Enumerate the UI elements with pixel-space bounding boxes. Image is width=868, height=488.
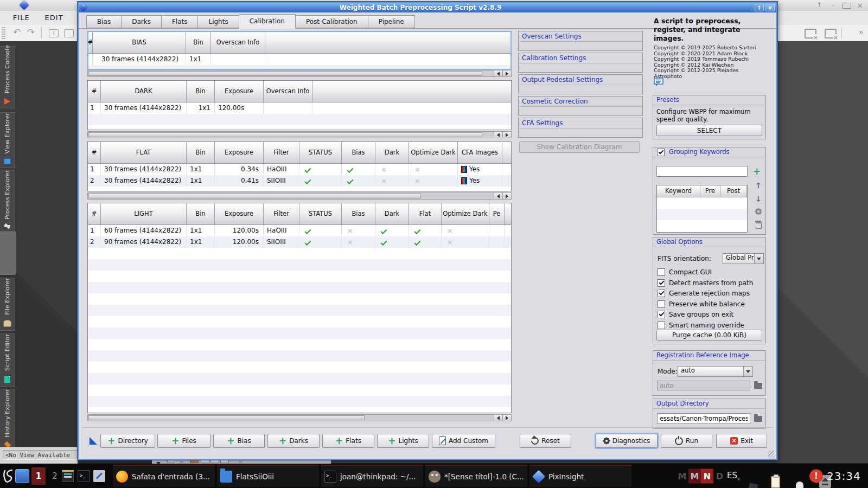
dialog-tab[interactable]: Calibration — [239, 14, 296, 29]
column-header[interactable]: Keyword — [657, 185, 700, 197]
show-desktop-icon[interactable] — [15, 469, 29, 483]
fits-orientation-dropdown[interactable]: Global Pref — [723, 253, 764, 264]
scroll-left-button[interactable] — [494, 70, 503, 77]
browse-output-folder-icon[interactable] — [754, 416, 762, 422]
add-flats-button[interactable]: +Flats — [322, 434, 374, 448]
rename-view-icon[interactable]: I — [49, 29, 59, 37]
dialog-tab[interactable]: Darks — [122, 15, 162, 28]
reset-button[interactable]: Reset — [520, 434, 571, 448]
scroll-right-button[interactable] — [503, 131, 512, 138]
scrollbar-handle[interactable] — [88, 194, 421, 198]
registration-path-field[interactable]: auto — [657, 381, 750, 390]
checkbox[interactable] — [658, 290, 665, 297]
column-header[interactable]: Bin — [187, 81, 215, 102]
add-lights-button[interactable]: +Lights — [377, 434, 429, 448]
checkbox[interactable] — [658, 300, 665, 308]
scrollbar-track[interactable] — [87, 192, 494, 200]
checkbox[interactable] — [658, 322, 665, 329]
sidebar-tab[interactable]: View Explorer — [0, 112, 15, 168]
scrollbar-track[interactable] — [87, 131, 494, 138]
column-header[interactable]: Pre — [700, 185, 720, 197]
exit-button[interactable]: ×Exit — [716, 434, 767, 448]
window-list-icon[interactable] — [2, 468, 15, 484]
shade-window-button[interactable]: ↑ — [815, 1, 823, 10]
add-files-button[interactable]: +Files — [157, 434, 210, 448]
add-darks-button[interactable]: +Darks — [267, 434, 320, 448]
column-header[interactable]: FLAT — [101, 142, 187, 164]
frame-list-resize-icon[interactable] — [90, 437, 97, 445]
light-table-row[interactable]: 1 60 frames (4144x2822) 1x1 120.00s HaOI… — [88, 225, 511, 236]
diagnostics-button[interactable]: Diagnostics — [596, 434, 658, 448]
dialog-tab[interactable]: Lights — [198, 15, 239, 28]
settings-section-link[interactable]: CFA Settings — [519, 118, 642, 129]
dialog-tab[interactable]: Bias — [86, 15, 122, 28]
sidebar-tab[interactable]: Script Editor — [0, 333, 15, 387]
column-header[interactable]: Exposure — [215, 142, 264, 164]
close-all-windows-icon[interactable] — [805, 29, 816, 38]
column-header[interactable]: Optimize Dark — [409, 142, 458, 164]
settings-section-link[interactable]: Calibration Settings — [519, 53, 642, 63]
taskbar-window-button[interactable]: FlatsSiiOiii — [217, 465, 319, 487]
sidebar-panel-grip[interactable] — [0, 232, 16, 275]
tray-indicator-letter[interactable]: M — [688, 468, 701, 483]
flat-table-row[interactable]: 1 30 frames (4144x2822) 1x1 0.34s HaOIII… — [88, 164, 511, 175]
sidebar-tab[interactable]: History Explorer — [0, 389, 15, 451]
settings-section-link[interactable]: Output Pedestal Settings — [519, 75, 642, 85]
run-button[interactable]: Run — [661, 434, 712, 448]
column-header[interactable]: Dark — [375, 142, 409, 164]
dark-table-row[interactable]: 1 30 frames (4144x2822) 1x1 120.00s — [88, 102, 511, 114]
move-keyword-down-icon[interactable]: ↓ — [755, 195, 762, 203]
scroll-right-button[interactable] — [503, 192, 512, 200]
global-option-row[interactable]: Compact GUI — [658, 267, 712, 277]
keyword-settings-icon[interactable] — [755, 208, 762, 215]
light-table-row[interactable]: 2 90 frames (4144x2822) 1x1 120.00s SIIO… — [88, 236, 511, 248]
scrollbar-track[interactable] — [87, 70, 494, 77]
column-header[interactable]: Overscan Info — [211, 32, 265, 54]
output-directory-title-link[interactable]: Output Directory — [653, 399, 765, 409]
sidebar-tab[interactable]: Process Explorer — [0, 170, 15, 232]
keyword-input[interactable] — [656, 166, 748, 177]
column-header[interactable]: Exposure — [215, 81, 264, 102]
scrollbar-handle[interactable] — [88, 415, 365, 420]
sidebar-tab[interactable]: Process Console — [0, 46, 15, 108]
column-header[interactable]: Pe — [489, 203, 505, 225]
add-custom-button[interactable]: Add Custom — [432, 434, 495, 448]
keyboard-layout-indicator[interactable]: ESx — [727, 471, 740, 481]
settings-section-link[interactable]: Cosmetic Correction — [519, 97, 642, 107]
sidebar-tab[interactable]: File Explorer — [0, 278, 15, 331]
column-header[interactable]: Optimize Dark — [442, 203, 489, 225]
scroll-left-button[interactable] — [494, 131, 503, 138]
column-header[interactable]: Flat — [409, 203, 442, 225]
column-header[interactable]: # — [88, 203, 101, 225]
column-header[interactable]: Exposure — [215, 203, 264, 225]
dialog-tab[interactable]: Post-Calibration — [296, 15, 368, 28]
alert-status-icon[interactable]: ! — [809, 469, 823, 483]
toolbar-overflow-chevron[interactable]: » — [859, 28, 864, 36]
settings-section-link[interactable]: Overscan Settings — [519, 31, 642, 42]
global-option-row[interactable]: Generate rejection maps — [658, 288, 750, 298]
output-directory-input[interactable] — [657, 413, 750, 424]
column-header[interactable]: Overscan Info — [264, 81, 312, 102]
checkbox[interactable] — [658, 268, 665, 276]
redo-icon[interactable]: ↷ — [27, 27, 35, 37]
column-header[interactable]: # — [88, 81, 101, 102]
taskbar-window-button[interactable]: Safata d'entrada (3... — [113, 465, 215, 487]
workspace-2-button[interactable]: 2 — [48, 467, 62, 485]
column-header[interactable]: BIAS — [93, 32, 186, 54]
add-directory-button[interactable]: +Directory — [100, 434, 155, 448]
move-keyword-up-icon[interactable]: ↑ — [755, 181, 762, 190]
column-header[interactable]: Bias — [342, 203, 375, 225]
grouping-title-link[interactable]: Grouping Keywords — [669, 147, 730, 157]
global-option-row[interactable]: Detect masters from path — [658, 278, 753, 288]
scrollbar-handle[interactable] — [88, 71, 482, 76]
checkbox[interactable] — [658, 311, 665, 318]
dialog-resize-grip[interactable] — [768, 451, 775, 458]
global-option-row[interactable]: Smart naming override — [658, 320, 744, 330]
tray-indicator-letter[interactable]: D — [713, 468, 726, 483]
scroll-left-button[interactable] — [494, 192, 503, 200]
registration-mode-dropdown[interactable]: auto — [678, 366, 753, 377]
grouping-keywords-checkbox[interactable] — [657, 149, 665, 156]
column-header[interactable]: # — [88, 32, 93, 54]
scroll-right-button[interactable] — [503, 70, 512, 77]
column-header[interactable]: Bin — [187, 142, 215, 164]
